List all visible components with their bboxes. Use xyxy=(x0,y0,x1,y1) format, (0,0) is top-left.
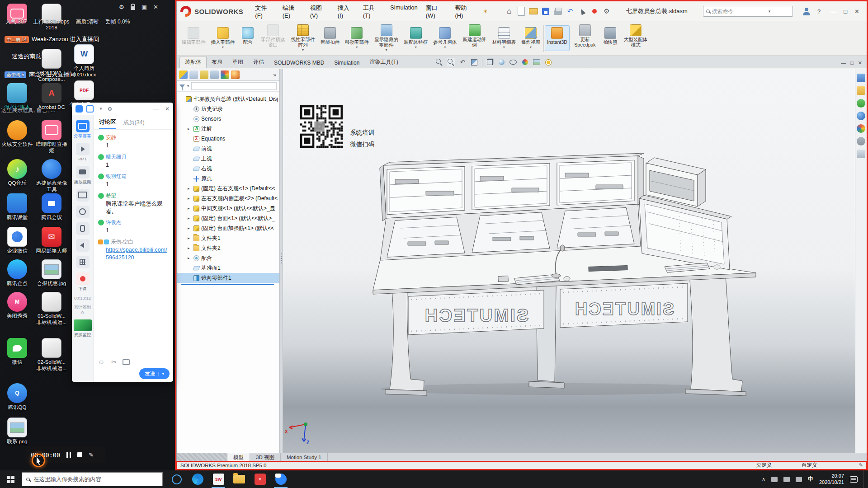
view-tool-icon[interactable] xyxy=(435,58,443,66)
feature-tree-item[interactable]: 基准面1 xyxy=(177,263,279,273)
ribbon-button[interactable]: 新建运动算例 xyxy=(460,23,489,54)
feature-tree-item[interactable]: ▸ 配合 xyxy=(177,253,279,263)
panel-tab-icon[interactable] xyxy=(200,70,208,79)
quick-tool-icon[interactable] xyxy=(602,6,612,16)
feature-tree-item[interactable]: 前视 xyxy=(177,144,279,154)
task-pane-icon[interactable] xyxy=(857,150,865,158)
tree-expand-icon[interactable]: ▸ xyxy=(188,216,192,221)
desktop-icon[interactable]: 哔哩哔哩直播姬 xyxy=(35,120,68,154)
class-tool-button[interactable]: 下课 xyxy=(76,272,90,291)
filter-funnel-icon[interactable] xyxy=(179,84,185,88)
desktop-icon[interactable]: 02-SolidW... 非标机械运... xyxy=(35,338,68,372)
feature-tree-item[interactable]: ▸ 文件夹1 xyxy=(177,233,279,243)
send-button[interactable]: 发送 | ▾ xyxy=(139,368,170,379)
task-pane-icon[interactable] xyxy=(857,99,865,108)
doc-minimize-button[interactable]: — xyxy=(841,60,846,66)
status-custom-text[interactable]: 自定义 xyxy=(802,462,817,469)
rollback-bar[interactable] xyxy=(181,284,274,285)
desktop-icon[interactable]: 泻水记事本 xyxy=(1,83,33,111)
image-icon[interactable] xyxy=(123,359,130,365)
command-tab[interactable]: 布局 xyxy=(207,56,227,68)
tree-expand-icon[interactable]: ▸ xyxy=(188,127,192,131)
chat-tab[interactable]: 讨论区 xyxy=(99,115,116,129)
desktop-icon[interactable]: M 美图秀秀 xyxy=(1,292,33,319)
tab-splitter-handle[interactable] xyxy=(177,453,227,461)
panel-tab-icon[interactable] xyxy=(179,70,188,79)
command-tab[interactable]: 评估 xyxy=(248,56,269,68)
feature-tree-item[interactable]: ▸ 文件夹2 xyxy=(177,243,279,253)
class-tool-button[interactable] xyxy=(76,239,90,252)
ribbon-button[interactable]: 配合 xyxy=(238,25,258,52)
menu-item[interactable]: 插入(I) xyxy=(334,2,359,21)
3d-model[interactable]: SIMUTECH SIMUTECH xyxy=(363,135,760,397)
class-tool-button[interactable]: PPT xyxy=(76,143,90,162)
ribbon-button[interactable]: 插入零部件 ▾ xyxy=(209,25,237,52)
quick-tool-icon[interactable] xyxy=(516,6,526,16)
view-tool-icon[interactable] xyxy=(470,58,479,66)
desktop-icon[interactable]: ♪ QQ音乐 xyxy=(1,159,33,187)
feature-tree-item[interactable]: 历史记录 xyxy=(177,104,279,114)
ribbon-button[interactable] xyxy=(543,25,544,52)
quick-tool-icon[interactable] xyxy=(541,6,551,16)
doc-close-button[interactable]: ✕ xyxy=(858,60,862,66)
screenshot-icon[interactable]: ✂ xyxy=(110,358,118,366)
ribbon-button[interactable]: 装配体特征 ▾ xyxy=(402,25,430,52)
view-tool-icon[interactable] xyxy=(509,58,518,66)
chat-tab[interactable]: 成员(34) xyxy=(123,116,145,129)
class-tool-button[interactable] xyxy=(76,222,90,235)
quick-tool-icon[interactable] xyxy=(565,6,575,16)
share-icon[interactable] xyxy=(86,105,94,113)
class-tool-button[interactable]: 分享屏幕 xyxy=(74,120,91,139)
tray-overflow-chevron-icon[interactable]: ∧ xyxy=(762,476,765,482)
ribbon-button[interactable]: 爆炸视图 ▾ xyxy=(519,25,542,52)
close-icon[interactable]: ✕ xyxy=(153,4,158,10)
document-tab[interactable]: 3D 视图 xyxy=(250,453,281,461)
send-options-caret-icon[interactable]: ▾ xyxy=(162,371,164,376)
task-pane-icon[interactable] xyxy=(857,137,865,145)
doc-restore-button[interactable]: □ xyxy=(850,60,854,66)
feature-tree-item[interactable]: 镜向零部件1 xyxy=(177,273,279,283)
tree-expand-icon[interactable]: ▸ xyxy=(188,236,192,240)
view-tool-icon[interactable] xyxy=(533,58,541,66)
ribbon-button[interactable]: 更新 Speedpak xyxy=(571,23,599,54)
minimize-button[interactable]: — xyxy=(830,8,836,15)
chevron-down-icon[interactable]: ▾ xyxy=(97,105,104,113)
desktop-icon[interactable]: W 个人简历 1020.docx xyxy=(68,44,100,78)
ribbon-button[interactable]: 移动零部件 ▾ xyxy=(343,25,371,52)
panel-tabs-overflow-icon[interactable]: » xyxy=(273,72,277,78)
quick-tool-icon[interactable] xyxy=(553,6,563,16)
feature-tree-item[interactable]: Equations xyxy=(177,134,279,144)
ribbon-button[interactable]: 显示隐藏的零部件 ▾ xyxy=(372,23,401,54)
feature-tree-item[interactable]: 原点 xyxy=(177,174,279,183)
tree-expand-icon[interactable]: ▸ xyxy=(188,186,192,191)
desktop-icon[interactable]: 腾讯会议 xyxy=(35,193,68,221)
gear-icon[interactable]: ⚙ xyxy=(119,4,124,10)
desktop-icon[interactable]: A Acrobat DC xyxy=(35,83,68,111)
class-tool-button[interactable] xyxy=(76,189,90,202)
view-tool-icon[interactable] xyxy=(458,58,467,66)
pen-settings-icon[interactable] xyxy=(796,477,802,482)
view-tool-icon[interactable] xyxy=(521,58,529,66)
desktop-icon[interactable]: 微信 xyxy=(1,338,33,366)
class-tool-button[interactable]: 播放视频 xyxy=(74,166,91,185)
view-tool-icon[interactable] xyxy=(447,58,455,66)
help-icon[interactable]: ? xyxy=(817,8,821,15)
close-button[interactable]: ✕ xyxy=(854,8,859,15)
quick-tool-icon[interactable] xyxy=(528,6,538,16)
close-button[interactable]: ✕ xyxy=(165,106,170,112)
taskbar-search[interactable] xyxy=(22,472,163,486)
ribbon-button[interactable]: 材料明细表 ▾ xyxy=(490,25,519,52)
task-pane-icon[interactable] xyxy=(857,124,865,133)
view-tool-icon[interactable] xyxy=(482,59,482,66)
class-tool-button[interactable]: 00:13:12 xyxy=(74,296,91,301)
desktop-icon[interactable]: 联系.png xyxy=(1,418,33,445)
class-tool-button[interactable]: 资源监控 xyxy=(74,319,92,338)
solidworks-titlebar[interactable]: SOLIDWORKS 文件(F)编辑(E)视图(V)插入(I)工具(T)Simu… xyxy=(177,1,867,21)
ribbon-button[interactable]: 智能扣件 xyxy=(318,25,342,52)
ribbon-button[interactable]: Instant3D xyxy=(545,25,570,52)
quick-tool-icon[interactable] xyxy=(504,6,514,16)
menu-item[interactable]: 工具(T) xyxy=(359,2,386,21)
tree-filter-input[interactable] xyxy=(191,82,277,90)
tree-expand-icon[interactable]: ▸ xyxy=(188,226,192,230)
desktop-icon[interactable]: 腾讯企点 xyxy=(1,259,33,287)
